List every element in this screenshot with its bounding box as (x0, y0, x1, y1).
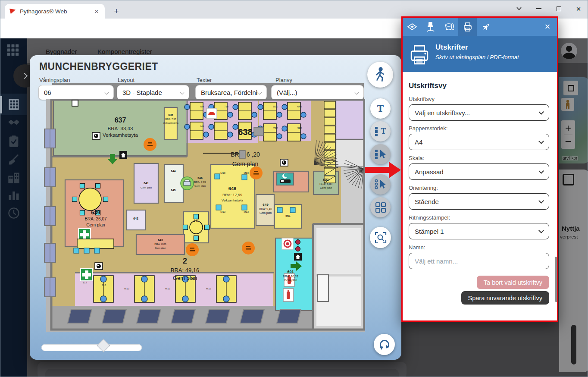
svg-text:M8: M8 (200, 105, 204, 108)
sidebar-item-factory-icon[interactable] (7, 171, 20, 184)
tab-search-icon[interactable] (509, 0, 529, 17)
svg-text:6F6: 6F6 (297, 105, 302, 108)
annotation-arrow (365, 162, 401, 178)
panel-tabbar: × (403, 18, 557, 36)
sidebar-item-clipboard-icon[interactable] (7, 135, 20, 148)
vaningsplan-select[interactable]: 06 (38, 85, 114, 100)
panel-close-icon[interactable]: × (538, 18, 557, 36)
apps-grid-icon[interactable] (6, 44, 19, 57)
field-label-layout: Layout (118, 77, 134, 83)
chevron-down-icon (538, 228, 544, 233)
refresh-plan-button[interactable] (374, 334, 395, 355)
app-sidebar (0, 38, 27, 377)
map-terms-text: arvillkor (562, 156, 578, 160)
nav-tab-komponentregister[interactable]: Komponentregister (97, 48, 152, 55)
sidebar-item-chart-icon[interactable] (7, 188, 20, 201)
list-text-tool-button[interactable]: T (370, 121, 391, 141)
map-fullscreen-button[interactable] (563, 81, 578, 95)
svg-text:Gem plan: Gem plan (155, 247, 166, 249)
sidebar-item-clock-icon[interactable] (7, 207, 20, 220)
label-orientering: Orientering: (409, 185, 549, 191)
list-cursor-icon (374, 149, 387, 160)
sidebar-item-buildings-icon[interactable] (7, 98, 20, 111)
maximize-button[interactable] (549, 0, 569, 17)
svg-text:BRA: 26,07: BRA: 26,07 (84, 217, 107, 221)
svg-text:601: 601 (287, 270, 294, 274)
utskriftsvy-select[interactable]: Välj en utskriftsvy... (409, 104, 549, 121)
svg-text:M8: M8 (200, 125, 204, 128)
chevron-down-icon (258, 91, 262, 95)
map-zoom-out-icon[interactable]: − (565, 135, 571, 148)
layout-select[interactable]: 3D - Staplade (117, 85, 189, 100)
label-skala: Skala: (409, 155, 549, 161)
field-label-planvy: Planvy (275, 77, 292, 83)
pappersstorlek-select[interactable]: A4 (409, 134, 549, 150)
svg-text:BRA: 9,40: BRA: 9,40 (259, 207, 272, 210)
slider-handle[interactable] (97, 339, 110, 352)
svg-text:641: 641 (144, 182, 149, 185)
chevron-down-icon (355, 91, 359, 95)
chevron-down-icon (538, 168, 544, 174)
floorplan-canvas[interactable]: 637BRA: 33,43Verksamhetsyta635BRA: 7,57V… (38, 99, 365, 334)
sidebar-item-broom-icon[interactable] (7, 153, 20, 166)
tab-paint-icon[interactable] (440, 18, 458, 36)
chevron-down-icon (538, 198, 544, 204)
text-tool-button[interactable]: T (370, 98, 391, 119)
svg-text:2: 2 (183, 257, 187, 265)
under-modal-card-hint2 (45, 369, 399, 377)
svg-text:646: 646 (197, 176, 203, 179)
zoom-fit-button[interactable] (370, 227, 391, 248)
svg-text:615: 615 (102, 284, 106, 286)
panel-header: Utskrifter Skriv ut våningsplan i PDF-fo… (403, 36, 557, 72)
layout-grid-tool-button[interactable] (370, 197, 391, 217)
svg-text:648: 648 (228, 186, 236, 191)
label-namn: Namn: (409, 244, 549, 251)
svg-text:649: 649 (263, 203, 269, 207)
map-zoom-controls[interactable]: + − (561, 120, 575, 149)
orientering-select[interactable]: Stående (409, 193, 549, 210)
svg-text:7A2: 7A2 (273, 127, 278, 129)
map-pegman-button[interactable] (561, 98, 574, 111)
svg-text:32F: 32F (297, 127, 302, 129)
svg-text:651: 651 (285, 214, 291, 217)
svg-text:Gem plan: Gem plan (260, 211, 272, 215)
planvy-select[interactable]: (Välj...) (271, 85, 364, 100)
svg-text:Gem plan: Gem plan (86, 223, 105, 227)
svg-text:BRA: 17,99: BRA: 17,99 (222, 193, 242, 197)
tab-rocket-icon[interactable] (477, 18, 495, 36)
map-zoom-in-icon[interactable]: + (565, 122, 571, 135)
save-printview-button[interactable]: Spara nuvarande utskriftvy (461, 291, 549, 305)
svg-text:BRA: 7,95: BRA: 7,95 (194, 181, 206, 183)
list-select-tool-button[interactable] (370, 144, 391, 164)
new-tab-button[interactable]: + (111, 6, 122, 17)
texter-select[interactable]: Bruksarea, Fördelning... (195, 85, 267, 100)
tab-furniture-icon[interactable] (421, 18, 440, 36)
tab-plan-icon[interactable] (403, 18, 421, 36)
sidebar-item-handshake-icon[interactable] (7, 117, 20, 130)
svg-text:637: 637 (115, 116, 126, 124)
floorplan-modal: MUNCHENBRYGGERIET Våningsplan Layout Tex… (30, 55, 401, 360)
delete-printview-button[interactable]: Ta bort vald utskriftvy (477, 276, 549, 289)
user-avatar[interactable] (561, 43, 577, 59)
card-scrollbar-thumb[interactable] (571, 325, 576, 364)
panel-scrollbar-thumb[interactable] (555, 257, 557, 302)
svg-text:643: 643 (158, 239, 163, 242)
zoom-slider[interactable] (41, 344, 142, 351)
tab-close-icon[interactable]: × (93, 8, 100, 15)
browser-tab[interactable]: Pythagoras® Web × (5, 4, 105, 19)
nav-tab-byggnader[interactable]: Byggnader (46, 48, 77, 55)
minimize-button[interactable] (529, 0, 549, 17)
list-icon (375, 126, 380, 137)
namn-input[interactable] (409, 253, 549, 269)
tab-print-icon[interactable] (458, 18, 477, 36)
ritningsstampel-select[interactable]: Stämpel 1 (409, 223, 549, 239)
label-pappersstorlek: Pappersstorlek: (409, 125, 549, 132)
skala-select[interactable]: Anpassad (409, 163, 549, 180)
svg-text:645: 645 (171, 188, 176, 192)
card-expand-icon[interactable] (563, 174, 574, 185)
chevron-down-icon (180, 91, 185, 95)
close-button[interactable]: × (569, 0, 588, 17)
field-label-vaningsplan: Våningsplan (39, 77, 70, 83)
walk-mode-button[interactable] (367, 62, 393, 88)
field-label-texter: Texter (197, 77, 212, 83)
